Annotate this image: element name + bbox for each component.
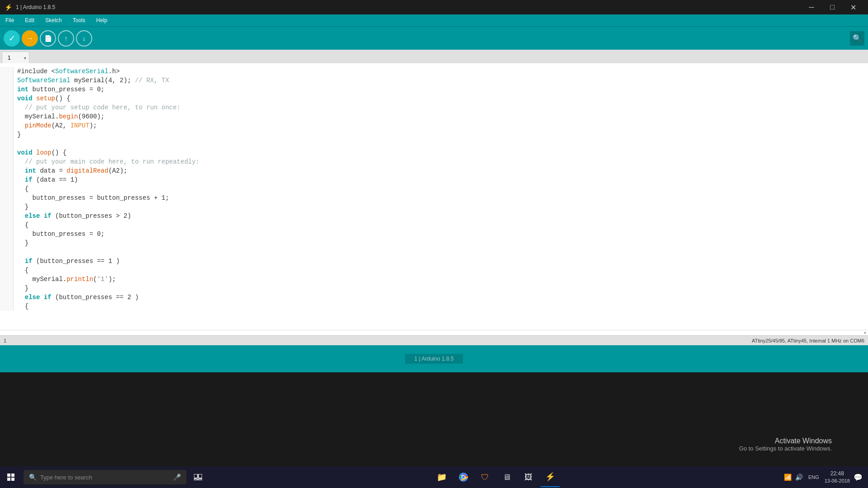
app-icon: ⚡	[5, 4, 12, 11]
taskbar-file-explorer[interactable]: 📁	[432, 467, 452, 487]
table-row: button_presses = 0;	[0, 230, 868, 239]
title-bar-left: ⚡ 1 | Arduino 1.8.5	[5, 4, 55, 11]
scroll-indicator: ▾	[0, 330, 868, 335]
start-button[interactable]	[0, 466, 22, 488]
clock[interactable]: 22:48 13-06-2018	[825, 470, 850, 484]
taskbar-right: 📶 🔊 ENG 22:48 13-06-2018 💬	[784, 470, 868, 484]
minimize-button[interactable]: ─	[801, 0, 822, 14]
taskbar-icons: 📁 🛡 🖥 🖼 ⚡	[208, 467, 784, 487]
taskbar: 🔍 🎤 📁 🛡 🖥	[0, 466, 868, 488]
svg-rect-7	[198, 479, 202, 480]
table-row: }	[0, 202, 868, 211]
table-row: }	[0, 284, 868, 293]
search-input[interactable]	[40, 474, 170, 481]
open-button[interactable]: ↑	[58, 30, 74, 47]
menu-bar: File Edit Sketch Tools Help	[0, 14, 868, 26]
table-row: // put your main code here, to run repea…	[0, 157, 868, 166]
table-row: }	[0, 130, 868, 139]
svg-rect-6	[194, 479, 198, 480]
table-row	[0, 248, 868, 257]
svg-rect-5	[198, 474, 202, 478]
search-icon: 🔍	[29, 474, 37, 481]
table-row: if (button_presses == 1 )	[0, 257, 868, 266]
new-button[interactable]: 📄	[40, 30, 56, 47]
activate-windows-watermark: Activate Windows Go to Settings to activ…	[739, 437, 832, 452]
table-row: SoftwareSerial mySerial(4, 2); // RX, TX	[0, 76, 868, 85]
scroll-arrow-down[interactable]: ▾	[864, 330, 868, 335]
search-button[interactable]: 🔍	[850, 31, 864, 46]
table-row: #include <SoftwareSerial.h>	[0, 67, 868, 76]
maximize-button[interactable]: □	[822, 0, 843, 14]
menu-tools[interactable]: Tools	[71, 16, 87, 24]
toolbar-right: 🔍	[850, 31, 864, 46]
table-row: void setup() {	[0, 94, 868, 103]
svg-rect-3	[11, 478, 14, 481]
save-button[interactable]: ↓	[76, 30, 92, 47]
taskbar-arduino[interactable]: ⚡	[540, 467, 560, 487]
verify-button[interactable]: ✓	[4, 30, 20, 47]
taskbar-chrome[interactable]	[453, 467, 473, 487]
table-row: {	[0, 221, 868, 230]
activate-windows-title: Activate Windows	[739, 437, 832, 445]
clock-date: 13-06-2018	[825, 478, 850, 484]
table-row: mySerial.println('1');	[0, 275, 868, 284]
table-row: else if (button_presses > 2)	[0, 211, 868, 221]
task-view-button[interactable]	[188, 467, 208, 487]
svg-rect-1	[11, 474, 14, 477]
upload-button[interactable]: →	[22, 30, 38, 47]
svg-rect-2	[7, 478, 10, 481]
table-row: mySerial.begin(9600);	[0, 112, 868, 121]
activate-windows-sub: Go to Settings to activate Windows.	[739, 445, 832, 452]
console-placeholder: 1 | Arduino 1.8.5	[405, 354, 462, 364]
code-editor[interactable]: #include <SoftwareSerial.h> SoftwareSeri…	[0, 63, 868, 330]
clock-time: 22:48	[825, 470, 850, 478]
table-row: button_presses = button_presses + 1;	[0, 193, 868, 202]
network-icon: 📶	[784, 474, 792, 481]
menu-file[interactable]: File	[4, 16, 16, 24]
taskbar-search[interactable]: 🔍 🎤	[24, 470, 186, 484]
svg-rect-0	[7, 474, 10, 477]
console-area: 1 | Arduino 1.8.5	[0, 345, 868, 372]
table-row: }	[0, 239, 868, 248]
board-info: ATtiny25/45/85, ATtiny45, Internal 1 MHz…	[752, 338, 864, 343]
notification-icon[interactable]: 💬	[854, 473, 863, 482]
table-row: {	[0, 184, 868, 193]
svg-rect-4	[194, 474, 198, 478]
toolbar: ✓ → 📄 ↑ ↓ 🔍	[0, 26, 868, 50]
table-row: if (data == 1)	[0, 175, 868, 184]
volume-icon[interactable]: 🔊	[795, 474, 803, 481]
table-row: int data = digitalRead(A2);	[0, 166, 868, 175]
table-row: {	[0, 302, 868, 311]
table-row: int button_presses = 0;	[0, 85, 868, 94]
taskbar-photos[interactable]: 🖼	[519, 467, 538, 487]
title-bar-controls: ─ □ ✕	[801, 0, 863, 14]
menu-help[interactable]: Help	[94, 16, 109, 24]
table-row: else if (button_presses == 2 )	[0, 293, 868, 302]
tab-dropdown-icon: ▾	[24, 55, 26, 60]
tab-label: 1	[8, 55, 11, 61]
taskbar-app1[interactable]: 🛡	[475, 467, 495, 487]
table-row: {	[0, 266, 868, 275]
table-row: // put your setup code here, to run once…	[0, 103, 868, 112]
line-number: 1	[4, 338, 6, 343]
language-indicator[interactable]: ENG	[807, 474, 821, 480]
window-title: 1 | Arduino 1.8.5	[16, 4, 55, 10]
editor-status-bar: 1 ATtiny25/45/85, ATtiny45, Internal 1 M…	[0, 335, 868, 345]
table-row	[0, 139, 868, 148]
sketch-tab-1[interactable]: 1 ▾	[2, 52, 29, 63]
table-row: pinMode(A2, INPUT);	[0, 121, 868, 130]
menu-edit[interactable]: Edit	[23, 16, 36, 24]
close-button[interactable]: ✕	[843, 0, 863, 14]
svg-point-11	[462, 476, 465, 479]
sketch-tabs: 1 ▾	[0, 50, 868, 63]
title-bar: ⚡ 1 | Arduino 1.8.5 ─ □ ✕	[0, 0, 868, 14]
taskbar-app2[interactable]: 🖥	[497, 467, 517, 487]
microphone-icon[interactable]: 🎤	[173, 474, 181, 481]
menu-sketch[interactable]: Sketch	[43, 16, 64, 24]
table-row: void loop() {	[0, 148, 868, 157]
